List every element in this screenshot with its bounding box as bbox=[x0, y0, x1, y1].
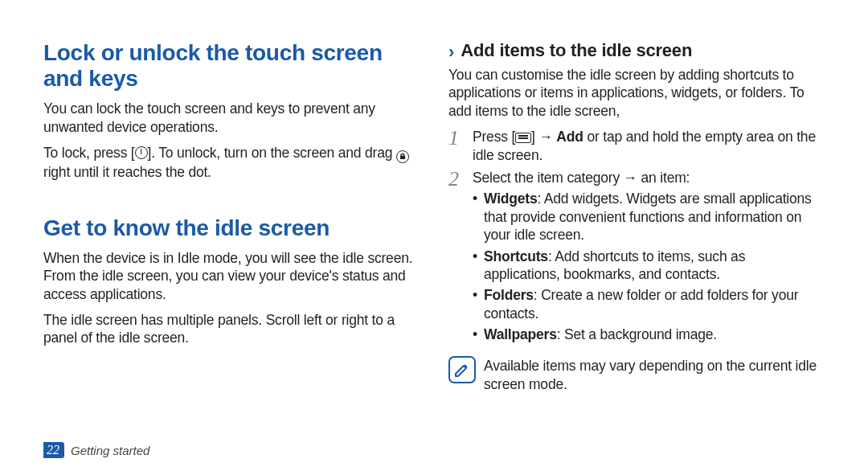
text-fragment: ]. To unlock, turn on the screen and dra… bbox=[148, 145, 396, 161]
bullet-shortcuts: Shortcuts: Add shortcuts to items, such … bbox=[473, 248, 825, 284]
bullet-label: Widgets bbox=[484, 190, 538, 207]
bullet-label: Shortcuts bbox=[484, 248, 548, 264]
bullet-text: : Set a background image. bbox=[557, 326, 717, 342]
page-number: 22 bbox=[43, 442, 64, 458]
power-icon bbox=[135, 146, 148, 159]
heading-idle-screen: Get to know the idle screen bbox=[43, 215, 420, 241]
text-fragment: right until it reaches the dot. bbox=[43, 164, 211, 180]
note-text: Available items may vary depending on th… bbox=[484, 356, 825, 393]
bullet-label: Folders bbox=[484, 287, 534, 303]
text-fragment: To lock, press [ bbox=[43, 145, 135, 161]
chevron-icon: › bbox=[448, 43, 454, 61]
bullet-wallpapers: Wallpapers: Set a background image. bbox=[473, 326, 825, 343]
text-fragment: Press [ bbox=[473, 129, 515, 145]
step-1: 1 Press [] → Add or tap and hold the emp… bbox=[448, 128, 825, 164]
heading-lock-unlock: Lock or unlock the touch screen and keys bbox=[43, 40, 420, 92]
para-lock-howto: To lock, press []. To unlock, turn on th… bbox=[43, 144, 420, 181]
step-number: 2 bbox=[448, 169, 463, 347]
bullet-list: Widgets: Add widgets. Widgets are small … bbox=[473, 190, 825, 343]
step-body: Press [] → Add or tap and hold the empty… bbox=[473, 128, 825, 164]
lock-icon: 🔒︎ bbox=[396, 150, 409, 163]
para-lock-intro: You can lock the touch screen and keys t… bbox=[43, 100, 420, 136]
menu-key-icon bbox=[515, 133, 531, 143]
para-idle-1: When the device is in Idle mode, you wil… bbox=[43, 249, 420, 303]
step-number: 1 bbox=[448, 128, 463, 164]
note-block: Available items may vary depending on th… bbox=[448, 356, 825, 393]
bullet-widgets: Widgets: Add widgets. Widgets are small … bbox=[473, 190, 825, 244]
step-2: 2 Select the item category → an item: Wi… bbox=[448, 169, 825, 347]
subheading-text: Add items to the idle screen bbox=[461, 40, 692, 61]
footer-section: Getting started bbox=[71, 444, 149, 457]
bullet-label: Wallpapers bbox=[484, 326, 557, 342]
note-icon bbox=[448, 356, 476, 383]
page-footer: 22 Getting started bbox=[43, 442, 149, 458]
step-line: Select the item category → an item: bbox=[473, 169, 825, 186]
right-column: › Add items to the idle screen You can c… bbox=[448, 40, 825, 455]
manual-page: Lock or unlock the touch screen and keys… bbox=[0, 0, 868, 471]
para-idle-2: The idle screen has multiple panels. Scr… bbox=[43, 311, 420, 347]
left-column: Lock or unlock the touch screen and keys… bbox=[43, 40, 420, 455]
step-body: Select the item category → an item: Widg… bbox=[473, 169, 825, 347]
para-add-intro: You can customise the idle screen by add… bbox=[448, 66, 825, 120]
text-fragment: ] → bbox=[531, 129, 556, 145]
subheading-add-items: › Add items to the idle screen bbox=[448, 40, 825, 61]
bold-add: Add bbox=[556, 129, 583, 145]
bullet-folders: Folders: Create a new folder or add fold… bbox=[473, 286, 825, 322]
pencil-square-icon bbox=[452, 360, 472, 379]
